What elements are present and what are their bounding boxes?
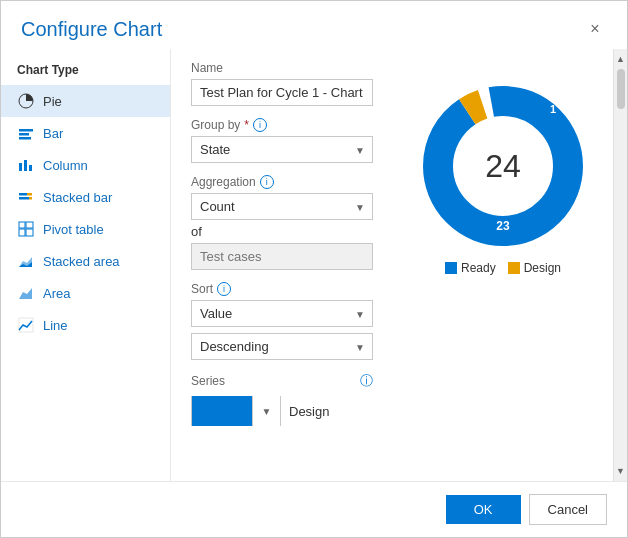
name-input[interactable] (191, 79, 373, 106)
svg-rect-2 (19, 133, 29, 136)
form-section: Name Group by * i State ▼ Aggregation (171, 49, 393, 481)
of-input[interactable] (191, 243, 373, 270)
aggregation-wrapper: Count ▼ (191, 193, 373, 220)
svg-rect-11 (19, 222, 25, 228)
svg-rect-13 (19, 229, 25, 236)
dialog-footer: OK Cancel (1, 481, 627, 537)
svg-rect-6 (29, 165, 32, 171)
sidebar-item-area-label: Area (43, 286, 70, 301)
sort-info-icon[interactable]: i (217, 282, 231, 296)
sidebar-item-stacked-bar[interactable]: Stacked bar (1, 181, 170, 213)
sidebar-item-pie-label: Pie (43, 94, 62, 109)
sort-order-select[interactable]: Descending (191, 333, 373, 360)
legend-item-ready: Ready (445, 261, 496, 275)
sort-value-wrapper: Value ▼ (191, 300, 373, 327)
scroll-track[interactable] (614, 67, 627, 463)
scroll-up-button[interactable]: ▲ (613, 51, 627, 67)
sidebar-item-line-label: Line (43, 318, 68, 333)
sidebar-item-column[interactable]: Column (1, 149, 170, 181)
series-header: Series ⓘ (191, 372, 373, 390)
of-label: of (191, 224, 373, 239)
svg-rect-9 (19, 197, 29, 200)
series-color-dropdown-btn[interactable]: ▼ (252, 396, 280, 426)
chart-preview: 24 23 1 Ready (393, 49, 613, 481)
chart-type-sidebar: Chart Type Pie B (1, 49, 171, 481)
donut-center-number: 24 (485, 150, 521, 182)
dialog-header: Configure Chart × (1, 1, 627, 49)
sidebar-item-line[interactable]: Line (1, 309, 170, 341)
svg-rect-5 (24, 160, 27, 171)
sort-label: Sort (191, 282, 213, 296)
pivot-table-icon (17, 220, 35, 238)
svg-rect-14 (26, 229, 33, 236)
sort-label-row: Sort i (191, 282, 373, 296)
svg-rect-12 (26, 222, 33, 228)
close-button[interactable]: × (583, 17, 607, 41)
sidebar-item-bar[interactable]: Bar (1, 117, 170, 149)
series-name: Design (289, 404, 329, 419)
group-by-info-icon[interactable]: i (253, 118, 267, 132)
sidebar-item-pivot-table-label: Pivot table (43, 222, 104, 237)
sidebar-item-bar-label: Bar (43, 126, 63, 141)
series-section: Series ⓘ ▼ Design (191, 372, 373, 426)
svg-rect-3 (19, 137, 31, 140)
sidebar-item-stacked-area[interactable]: Stacked area (1, 245, 170, 277)
dialog-title: Configure Chart (21, 18, 162, 41)
svg-rect-19 (445, 262, 457, 274)
sidebar-item-pivot-table[interactable]: Pivot table (1, 213, 170, 245)
group-by-label: Group by (191, 118, 240, 132)
name-label: Name (191, 61, 373, 75)
scroll-thumb[interactable] (617, 69, 625, 109)
chart-ready-label: 23 (496, 219, 509, 233)
sort-value-select[interactable]: Value (191, 300, 373, 327)
bar-icon (17, 124, 35, 142)
sidebar-item-area[interactable]: Area (1, 277, 170, 309)
main-content: Name Group by * i State ▼ Aggregation (171, 49, 627, 481)
svg-rect-1 (19, 129, 33, 132)
sidebar-header: Chart Type (1, 59, 170, 85)
ok-button[interactable]: OK (446, 495, 521, 524)
scroll-down-button[interactable]: ▼ (613, 463, 627, 479)
configure-chart-dialog: Configure Chart × Chart Type Pie (0, 0, 628, 538)
scrollbar[interactable]: ▲ ▼ (613, 49, 627, 481)
sidebar-item-column-label: Column (43, 158, 88, 173)
aggregation-select[interactable]: Count (191, 193, 373, 220)
aggregation-label: Aggregation (191, 175, 256, 189)
svg-rect-4 (19, 163, 22, 171)
area-icon (17, 284, 35, 302)
pie-icon (17, 92, 35, 110)
stacked-area-icon (17, 252, 35, 270)
series-label: Series (191, 374, 225, 388)
group-by-wrapper: State ▼ (191, 136, 373, 163)
stacked-bar-icon (17, 188, 35, 206)
dialog-body: Chart Type Pie B (1, 49, 627, 481)
legend-design-icon (508, 262, 520, 274)
sidebar-item-stacked-area-label: Stacked area (43, 254, 120, 269)
group-by-select[interactable]: State (191, 136, 373, 163)
legend-design-label: Design (524, 261, 561, 275)
legend-ready-label: Ready (461, 261, 496, 275)
line-icon (17, 316, 35, 334)
series-info-icon[interactable]: ⓘ (360, 372, 373, 390)
legend-ready-icon (445, 262, 457, 274)
chart-total: 24 (485, 148, 521, 184)
svg-rect-15 (19, 318, 33, 332)
required-indicator: * (244, 118, 249, 132)
aggregation-info-icon[interactable]: i (260, 175, 274, 189)
sort-order-wrapper: Descending ▼ (191, 333, 373, 360)
cancel-button[interactable]: Cancel (529, 494, 607, 525)
svg-rect-8 (27, 193, 32, 196)
donut-chart: 24 23 1 (418, 81, 588, 251)
legend-item-design: Design (508, 261, 561, 275)
sidebar-item-stacked-bar-label: Stacked bar (43, 190, 112, 205)
group-by-label-row: Group by * i (191, 118, 373, 132)
chart-legend: Ready Design (445, 261, 561, 275)
chart-design-label: 1 (550, 103, 556, 115)
sidebar-item-pie[interactable]: Pie (1, 85, 170, 117)
svg-rect-7 (19, 193, 27, 196)
series-row: ▼ Design (191, 396, 373, 426)
series-color-selector[interactable]: ▼ (191, 396, 281, 426)
aggregation-label-row: Aggregation i (191, 175, 373, 189)
svg-rect-10 (29, 197, 32, 200)
column-icon (17, 156, 35, 174)
